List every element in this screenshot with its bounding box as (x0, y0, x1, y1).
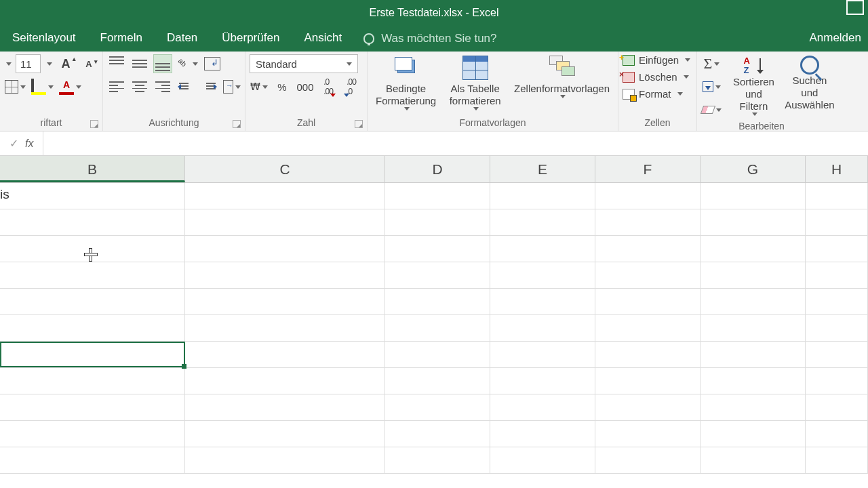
align-left-button[interactable] (107, 77, 126, 96)
sort-filter-icon (743, 56, 764, 76)
font-dialog-launcher[interactable] (90, 120, 98, 128)
tab-ansicht[interactable]: Ansicht (292, 26, 354, 52)
col-header-f[interactable]: F (595, 156, 701, 182)
selected-cell-outline[interactable] (0, 342, 185, 367)
increase-indent-button[interactable] (199, 77, 218, 96)
tab-ueberpruefen[interactable]: Überprüfen (210, 26, 292, 52)
percent-format-button[interactable]: % (273, 77, 292, 96)
col-header-d[interactable]: D (385, 156, 490, 182)
table-row[interactable] (0, 394, 868, 421)
group-number: Standard ₩ % 000 .0.00 .00.0 Zahl (245, 52, 368, 131)
table-row[interactable] (0, 236, 868, 262)
conditional-formatting-icon (393, 56, 419, 80)
formula-input[interactable] (43, 131, 868, 155)
number-dialog-launcher[interactable] (355, 120, 363, 128)
merge-cells-button[interactable] (222, 77, 241, 96)
ribbon-tabs: Seitenlayout Formeln Daten Überprüfen An… (0, 26, 868, 52)
cells-area[interactable]: is (0, 183, 868, 474)
clear-button[interactable] (701, 100, 722, 119)
col-header-h[interactable]: H (806, 156, 868, 182)
group-number-label: Zahl (250, 116, 363, 129)
find-select-button[interactable]: Suchen und Auswählen (785, 54, 834, 113)
search-icon (800, 56, 819, 75)
number-format-dropdown[interactable]: Standard (250, 54, 358, 73)
spreadsheet-grid[interactable]: B C D E F G H is (0, 156, 868, 474)
table-row[interactable] (0, 289, 868, 315)
conditional-formatting-button[interactable]: Bedingte Formatierung (372, 54, 440, 112)
fill-color-button[interactable] (31, 77, 54, 96)
format-as-table-button[interactable]: Als Tabelle formatieren (444, 54, 506, 112)
group-editing: Σ Sortieren und Filtern Suchen und Auswä… (697, 52, 826, 131)
format-icon (623, 89, 635, 100)
align-right-button[interactable] (153, 77, 172, 96)
group-cells: Einfügen Löschen Format Zellen (618, 52, 697, 131)
restore-window-icon[interactable] (849, 3, 864, 15)
table-row[interactable] (0, 421, 868, 447)
increase-font-button[interactable]: A (56, 54, 75, 73)
ribbon: 11 A A A riftart (0, 52, 868, 131)
cell-b1[interactable]: is (0, 183, 185, 209)
title-bar: Erste Testdatei.xlsx - Excel (0, 0, 868, 26)
formula-bar: fx (0, 131, 868, 156)
col-header-g[interactable]: G (701, 156, 806, 182)
align-bottom-button[interactable] (153, 54, 172, 73)
align-center-button[interactable] (130, 77, 149, 96)
format-cells-button[interactable]: Format (623, 88, 692, 100)
orientation-button[interactable] (176, 54, 199, 73)
font-size-input[interactable]: 11 (16, 54, 41, 73)
decrease-decimal-button[interactable]: .00.0 (342, 77, 361, 96)
table-row[interactable] (0, 447, 868, 474)
window-title: Erste Testdatei.xlsx - Excel (370, 7, 499, 19)
col-header-b[interactable]: B (0, 156, 185, 182)
col-header-c[interactable]: C (185, 156, 385, 182)
tell-me-box[interactable]: Was möchten Sie tun? (363, 26, 496, 52)
group-alignment-label: Ausrichtung (107, 116, 241, 129)
fill-button[interactable] (701, 77, 722, 96)
font-family-dropdown-caret[interactable] (6, 62, 12, 66)
delete-cells-button[interactable]: Löschen (623, 71, 692, 83)
font-size-caret[interactable] (47, 62, 52, 66)
chevron-down-icon (347, 62, 352, 66)
group-styles: Bedingte Formatierung Als Tabelle format… (368, 52, 618, 131)
autosum-button[interactable]: Σ (701, 54, 722, 73)
table-row[interactable] (0, 262, 868, 289)
increase-decimal-button[interactable]: .0.00 (319, 77, 338, 96)
column-headers[interactable]: B C D E F G H (0, 156, 868, 183)
table-row[interactable] (0, 368, 868, 394)
group-font: 11 A A A riftart (0, 52, 103, 131)
fx-label[interactable]: fx (0, 131, 43, 155)
insert-icon (623, 55, 635, 66)
col-header-e[interactable]: E (490, 156, 595, 182)
cell-styles-icon (549, 56, 575, 80)
group-alignment: Ausrichtung (103, 52, 245, 131)
table-row[interactable] (0, 315, 868, 342)
insert-cells-button[interactable]: Einfügen (623, 54, 692, 66)
group-cells-label: Zellen (623, 116, 692, 129)
table-row[interactable] (0, 209, 868, 236)
delete-icon (623, 72, 635, 83)
table-icon (462, 56, 488, 80)
cell-cursor-icon (84, 248, 96, 260)
borders-button[interactable] (4, 77, 26, 96)
sign-in-link[interactable]: Anmelden (809, 31, 861, 45)
tell-me-placeholder: Was möchten Sie tun? (381, 32, 496, 45)
font-color-button[interactable]: A (58, 77, 82, 96)
cell-styles-button[interactable]: Zellenformatvorlagen (510, 54, 614, 100)
alignment-dialog-launcher[interactable] (233, 120, 241, 128)
lightbulb-icon (363, 33, 374, 44)
align-top-button[interactable] (107, 54, 126, 73)
wrap-text-button[interactable] (203, 54, 222, 73)
sort-filter-button[interactable]: Sortieren und Filtern (729, 54, 778, 117)
group-font-label: riftart (4, 116, 98, 129)
tab-formeln[interactable]: Formeln (88, 26, 155, 52)
group-styles-label: Formatvorlagen (372, 116, 614, 129)
tab-seitenlayout[interactable]: Seitenlayout (0, 26, 88, 52)
decrease-font-button[interactable]: A (79, 54, 98, 73)
decrease-indent-button[interactable] (176, 77, 195, 96)
table-row[interactable]: is (0, 183, 868, 209)
group-editing-label: Bearbeiten (701, 119, 822, 133)
tab-daten[interactable]: Daten (155, 26, 210, 52)
comma-format-button[interactable]: 000 (296, 77, 315, 96)
align-middle-button[interactable] (130, 54, 149, 73)
accounting-format-button[interactable]: ₩ (250, 77, 269, 96)
